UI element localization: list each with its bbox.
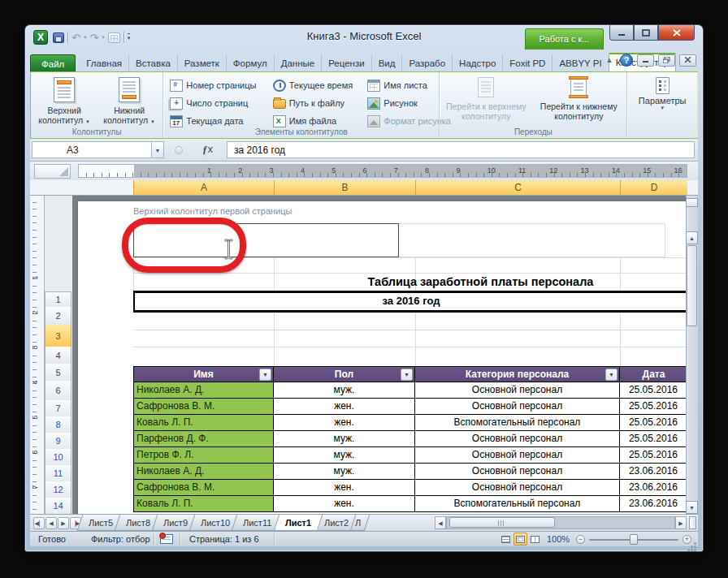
table-cell-date[interactable]: 25.05.2016 [620, 415, 687, 431]
btn-current-time[interactable]: Текущее время [271, 77, 366, 93]
page-layout-view-icon[interactable] [514, 533, 527, 546]
tab-foxit[interactable]: Foxit PD [502, 54, 552, 72]
row-header-2[interactable]: 2 [45, 307, 72, 326]
page-break-view-icon[interactable] [528, 533, 542, 546]
row-header-6[interactable]: 6 [45, 381, 72, 401]
filter-dropdown-icon[interactable]: ▼ [259, 369, 271, 381]
table-cell-name[interactable]: Коваль Л. П. [133, 415, 274, 431]
table-cell-category[interactable]: Вспомогательный персонал [415, 496, 620, 512]
row-header-7[interactable]: 7 [45, 400, 72, 417]
collapse-ribbon-icon[interactable]: ▲ [603, 54, 616, 66]
table-cell-date[interactable]: 23.06.2016 [620, 480, 687, 496]
next-sheet-icon[interactable]: ▶ [58, 517, 69, 529]
row-header-12[interactable]: 12 [45, 481, 72, 498]
insert-function-icon[interactable]: ƒx [202, 143, 213, 156]
table-cell-name[interactable]: Сафронова В. М. [133, 480, 274, 496]
filter-dropdown-icon[interactable]: ▼ [401, 369, 413, 381]
table-cell-name[interactable]: Петров Ф. Л. [133, 447, 274, 464]
name-box-dropdown-icon[interactable]: ▼ [152, 141, 164, 158]
tab-formulas[interactable]: Формул [226, 54, 274, 72]
macro-record-icon[interactable] [160, 534, 173, 544]
btn-page-count[interactable]: Число страниц [168, 95, 271, 111]
scroll-right-icon[interactable]: ▶ [675, 516, 687, 529]
table-cell-name[interactable]: Сафронова В. М. [133, 399, 274, 415]
btn-sheet-name[interactable]: Имя листа [366, 77, 436, 93]
table-cell-date[interactable]: 23.06.2016 [620, 464, 687, 480]
table-cell-gender[interactable]: муж. [274, 382, 415, 399]
column-header-a[interactable]: A [133, 180, 274, 195]
column-header-d[interactable]: D [620, 180, 687, 195]
row-header-10[interactable]: 10 [45, 449, 72, 466]
tab-home[interactable]: Главная [79, 54, 128, 72]
scroll-up-icon[interactable]: ▲ [686, 231, 698, 244]
table-cell-name[interactable]: Парфенов Д. Ф. [133, 431, 274, 447]
tab-file[interactable]: Файл [30, 54, 76, 72]
row-header-8[interactable]: 8 [45, 416, 72, 434]
table-cell-category[interactable]: Основной персонал [415, 431, 620, 447]
table-cell-gender[interactable]: жен. [274, 496, 415, 512]
help-icon[interactable]: ? [620, 54, 633, 67]
table-cell-date[interactable]: 25.05.2016 [620, 431, 687, 447]
table-cell-category[interactable]: Основной персонал [415, 480, 620, 496]
formula-input[interactable]: за 2016 год [227, 141, 695, 158]
table-cell-name[interactable]: Николаев А. Д. [133, 382, 274, 399]
first-sheet-icon[interactable]: ◀▏ [33, 517, 45, 529]
row-header-5[interactable]: 5 [45, 364, 72, 382]
table-header-date[interactable]: Дата [620, 366, 687, 382]
vertical-split-handle[interactable] [686, 198, 698, 207]
table-cell-date[interactable]: 25.05.2016 [620, 382, 687, 399]
horizontal-scroll-thumb[interactable] [449, 517, 555, 528]
table-header-gender[interactable]: Пол▼ [274, 366, 415, 382]
btn-picture[interactable]: Рисунок [366, 95, 436, 111]
tab-data[interactable]: Данные [274, 54, 322, 72]
zoom-thumb[interactable] [630, 534, 638, 545]
table-subtitle-cell-a3[interactable]: за 2016 год [133, 291, 687, 313]
tab-split-handle[interactable] [689, 516, 696, 529]
row-header-1[interactable]: 1 [45, 291, 72, 308]
table-cell-category[interactable]: Основной персонал [415, 382, 620, 399]
workbook-restore-icon[interactable] [658, 54, 675, 67]
table-cell-gender[interactable]: муж. [274, 447, 415, 464]
zoom-level[interactable]: 100% [547, 534, 570, 544]
table-header-category[interactable]: Категория персонала▼ [415, 366, 620, 382]
table-cell-gender[interactable]: муж. [274, 431, 415, 447]
zoom-out-icon[interactable]: − [576, 535, 585, 544]
column-header-c[interactable]: C [415, 180, 620, 195]
table-cell-date[interactable]: 25.05.2016 [620, 399, 687, 415]
scroll-left-icon[interactable]: ◀ [435, 516, 446, 529]
column-header-b[interactable]: B [274, 180, 415, 195]
table-cell-category[interactable]: Основной персонал [415, 464, 620, 480]
row-header-3-selected[interactable]: 3 [45, 325, 72, 347]
btn-file-name[interactable]: Имя файла [271, 113, 366, 129]
minimize-button[interactable] [609, 25, 634, 41]
table-cell-category[interactable]: Основной персонал [415, 447, 620, 464]
select-all-corner[interactable] [34, 164, 71, 179]
table-cell-gender[interactable]: жен. [274, 399, 415, 415]
row-header-11[interactable]: 11 [45, 465, 72, 482]
table-cell-category[interactable]: Вспомогательный персонал [415, 415, 620, 431]
tab-view[interactable]: Вид [371, 54, 402, 72]
table-cell-gender[interactable]: жен. [274, 415, 415, 431]
row-header-4[interactable]: 4 [45, 347, 72, 364]
table-cell-gender[interactable]: муж. [274, 464, 415, 480]
name-box[interactable]: A3 [32, 141, 152, 158]
tab-insert[interactable]: Вставка [128, 54, 177, 72]
tab-page-layout[interactable]: Разметк [177, 54, 226, 72]
options-button[interactable]: Параметры ▼ [627, 77, 697, 110]
btn-current-date[interactable]: Текущая дата [168, 113, 271, 129]
btn-page-number[interactable]: Номер страницы [168, 77, 271, 93]
btn-file-path[interactable]: Путь к файлу [271, 95, 366, 111]
table-cell-name[interactable]: Николаев А. Д. [133, 464, 274, 480]
table-cell-gender[interactable]: жен. [274, 480, 415, 496]
normal-view-icon[interactable] [499, 533, 513, 546]
prev-sheet-icon[interactable]: ◀ [46, 517, 57, 529]
scroll-down-icon[interactable]: ▼ [686, 501, 698, 514]
table-cell-date[interactable]: 23.06.2016 [620, 496, 687, 512]
tab-abbyy[interactable]: ABBYY PI [552, 54, 608, 72]
close-button[interactable] [658, 25, 695, 41]
resize-grip[interactable] [687, 535, 697, 546]
table-cell-name[interactable]: Коваль Л. П. [133, 496, 274, 512]
row-header-14[interactable]: 14 [45, 498, 72, 514]
header-right-section[interactable] [399, 223, 665, 257]
table-header-name[interactable]: Имя▼ [133, 366, 274, 382]
